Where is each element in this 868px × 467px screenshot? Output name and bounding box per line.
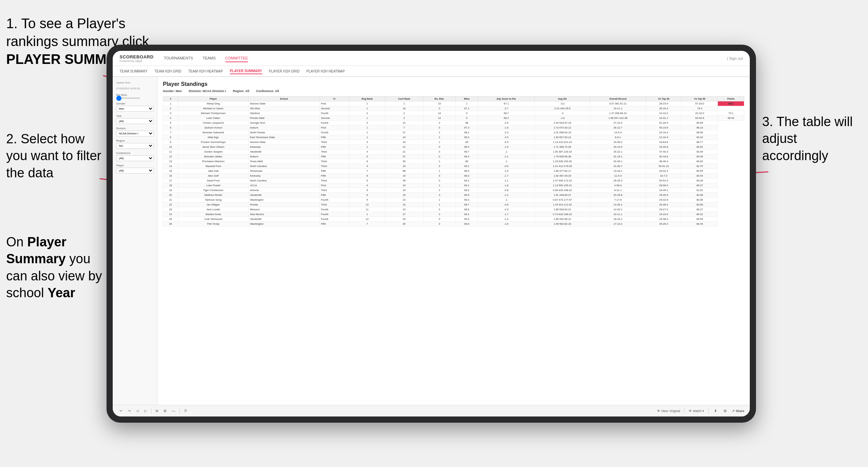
toolbar-back[interactable]: ◁ <box>135 408 140 413</box>
table-cell: 4 <box>163 116 178 121</box>
table-cell: 0.87 473-177-57 <box>535 198 590 202</box>
table-cell: -2.5 <box>478 121 535 125</box>
sub-nav-player-h2h-grid[interactable]: PLAYER H2H GRID <box>269 69 300 74</box>
sidebar-conference-select[interactable]: (All) <box>116 155 154 161</box>
table-cell: 80.98 <box>682 198 718 202</box>
nav-teams[interactable]: TEAMS <box>203 55 216 62</box>
table-cell: 2 <box>349 111 385 116</box>
table-cell: 22 <box>163 202 178 207</box>
table-cell: -0.8 <box>478 202 535 207</box>
table-row: 20Matthew RiedelVanderbiltFifth616068.5-… <box>163 193 744 198</box>
toolbar-download[interactable]: ⬇ <box>713 408 718 413</box>
sub-nav-player-summary[interactable]: PLAYER SUMMARY <box>230 68 262 74</box>
table-cell: 0 <box>423 154 456 159</box>
col-conf-rank: Conf Rank <box>385 97 423 101</box>
table-cell: 10 <box>349 202 385 207</box>
table-cell: -1.5 <box>478 169 535 174</box>
table-cell: Third <box>320 178 349 183</box>
nav-sign-out[interactable]: | Sign out <box>727 56 743 60</box>
table-cell: 68.7 <box>478 111 535 116</box>
filter-division: Division: NCAA Division I <box>189 89 226 93</box>
table-cell: 12-16-3 <box>646 135 682 140</box>
table-cell: 88.18 <box>682 125 718 130</box>
toolbar-copy[interactable]: ⧉ <box>154 408 159 414</box>
toolbar-redo[interactable]: ↪ <box>126 408 132 413</box>
sidebar-player-control: Player (All) <box>116 164 154 174</box>
toolbar-grid[interactable]: ⊞ <box>722 408 728 413</box>
table-cell: 1 <box>349 116 385 121</box>
table-cell: Petr Hruby <box>178 222 248 226</box>
table-cell: 26-32-2 <box>646 169 682 174</box>
sub-nav-player-h2h-heatmap[interactable]: PLAYER H2H HEATMAP <box>307 69 345 74</box>
table-cell: 10-10-2 <box>646 111 682 116</box>
table-cell: 10 <box>163 145 178 149</box>
table-cell: Vanderbilt <box>248 193 320 198</box>
table-cell: Jackson Koivun <box>178 125 248 130</box>
sidebar-year-select[interactable]: (All) <box>116 118 154 124</box>
table-cell: Jake Hall <box>178 169 248 174</box>
table-cell: 23 <box>385 164 423 169</box>
table-cell: 23-38-4 <box>646 217 682 222</box>
table-cell: 0 <box>423 193 456 198</box>
table-cell: 88.2 <box>718 101 744 106</box>
table-cell: Michael Le Sasso <box>178 106 248 111</box>
no-rds-slider[interactable] <box>116 98 140 99</box>
toolbar-view[interactable]: 👁 View: Original <box>657 409 680 413</box>
nav-committee[interactable]: COMMITTEE <box>225 55 248 62</box>
sidebar-player-label: Player <box>116 164 154 167</box>
sidebar-player-select[interactable]: (All) <box>116 168 154 174</box>
table-cell: 81.81 <box>682 188 718 193</box>
table-cell: 0 <box>423 217 456 222</box>
table-cell: 10-11-1 <box>590 212 646 217</box>
table-cell: -2 <box>535 111 590 116</box>
table-cell: Missouri <box>248 207 320 212</box>
table-cell: 2 <box>423 130 456 135</box>
table-cell: -1 <box>478 198 535 202</box>
table-cell: Preston Summerhays <box>178 140 248 145</box>
table-cell: 20 <box>163 193 178 198</box>
table-cell: Fourth <box>320 212 349 217</box>
table-cell: 11 <box>163 149 178 154</box>
main-content: Update time: 27/03/2024 16:56:26 No Rds.… <box>113 77 750 405</box>
sidebar-region-select[interactable]: N/k <box>116 143 154 149</box>
sub-nav-team-h2h-heatmap[interactable]: TEAM H2H HEATMAP <box>188 69 223 74</box>
table-cell: 1.68 509-82-21 <box>535 207 590 212</box>
col-points: Points <box>718 97 744 101</box>
table-cell: North Carolina <box>248 178 320 183</box>
sub-nav-team-summary[interactable]: TEAM SUMMARY <box>120 69 148 74</box>
table-cell: 68.4 <box>456 154 478 159</box>
nav-tournaments[interactable]: TOURNAMENTS <box>164 55 193 62</box>
toolbar-watch[interactable]: 👁 Watch ▾ <box>689 409 704 413</box>
table-cell: Nicholas Gabrelcik <box>178 130 248 135</box>
table-cell: 1 <box>423 159 456 164</box>
toolbar-share[interactable]: ↗ Share <box>732 409 744 413</box>
toolbar-undo[interactable]: ↩ <box>118 408 124 413</box>
sidebar-year-label: Year <box>116 114 154 118</box>
toolbar-paste[interactable]: ⊞ <box>162 408 168 413</box>
table-cell: 14-20-1 <box>590 207 646 212</box>
sidebar-division-select[interactable]: NCAA Division I <box>116 131 154 136</box>
toolbar-dash[interactable]: — <box>170 408 177 413</box>
table-cell: Fourth <box>320 121 349 125</box>
table-cell: Fifth <box>320 174 349 178</box>
table-row: 3Michael ThorbjornsenStanfordFourth22140… <box>163 111 744 116</box>
table-row: 26Petr HrubyWashingtonFifth725068.6-1.61… <box>163 222 744 226</box>
table-cell: 19-39-2 <box>590 140 646 145</box>
table-cell: 1 <box>349 145 385 149</box>
table-cell: 67.1 <box>456 106 478 111</box>
filter-region-label: Region: <box>233 89 245 93</box>
table-area: Player Standings Gender: Men Division: N… <box>157 77 750 405</box>
sidebar-gender-select[interactable]: Men <box>116 106 154 112</box>
logo-text: SCOREBOARD <box>120 54 154 59</box>
table-cell: 1.13 500-155-31 <box>535 183 590 188</box>
table-cell: 18 <box>385 106 423 111</box>
table-cell: 69.4 <box>456 212 478 217</box>
table-cell: 18 <box>163 183 178 188</box>
filter-conference-value: All <box>275 89 279 93</box>
toolbar-forward[interactable]: ▷ <box>143 408 148 413</box>
toolbar-clock[interactable]: ⏱ <box>182 408 189 413</box>
table-cell: 1 <box>163 101 178 106</box>
sub-nav-team-h2h-grid[interactable]: TEAM H2H GRID <box>155 69 181 74</box>
table-cell: 28-56-0 <box>646 183 682 188</box>
table-cell: 35-26-4 <box>646 222 682 226</box>
